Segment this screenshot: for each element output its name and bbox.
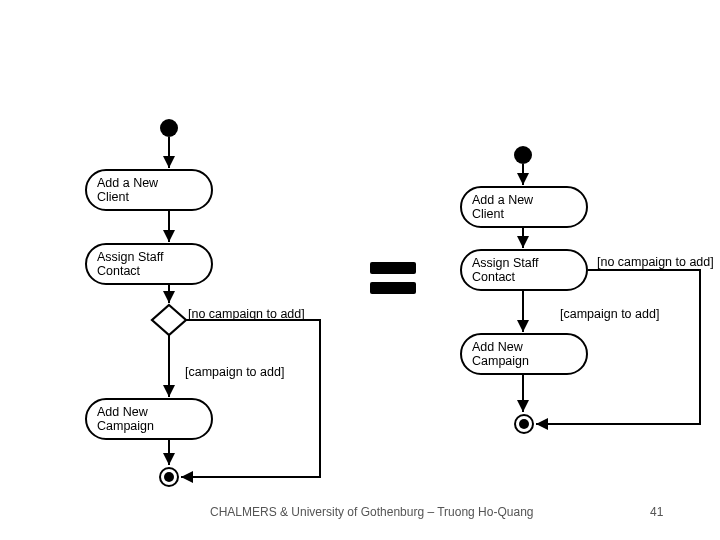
- initial-node-right: [514, 146, 532, 164]
- activity-add-client-left: Add a NewClient: [85, 169, 213, 211]
- final-node-left: [159, 467, 179, 487]
- guard-campaign-right: [campaign to add]: [560, 308, 659, 322]
- activity-add-campaign-right: Add NewCampaign: [460, 333, 588, 375]
- activity-label: Assign StaffContact: [97, 250, 163, 279]
- activity-label: Add NewCampaign: [97, 405, 154, 434]
- footer-text: CHALMERS & University of Gothenburg – Tr…: [210, 505, 533, 519]
- activity-label: Add a NewClient: [472, 193, 533, 222]
- final-node-right: [514, 414, 534, 434]
- guard-no-campaign-right: [no campaign to add]: [597, 256, 714, 270]
- activity-add-campaign-left: Add NewCampaign: [85, 398, 213, 440]
- activity-add-client-right: Add a NewClient: [460, 186, 588, 228]
- page-number: 41: [650, 505, 663, 519]
- activity-assign-staff-left: Assign StaffContact: [85, 243, 213, 285]
- activity-label: Assign StaffContact: [472, 256, 538, 285]
- equals-icon: [370, 262, 416, 294]
- activity-assign-staff-right: Assign StaffContact: [460, 249, 588, 291]
- guard-no-campaign-left: [no campaign to add]: [188, 308, 305, 322]
- activity-label: Add a NewClient: [97, 176, 158, 205]
- activity-label: Add NewCampaign: [472, 340, 529, 369]
- initial-node-left: [160, 119, 178, 137]
- guard-campaign-left: [campaign to add]: [185, 366, 284, 380]
